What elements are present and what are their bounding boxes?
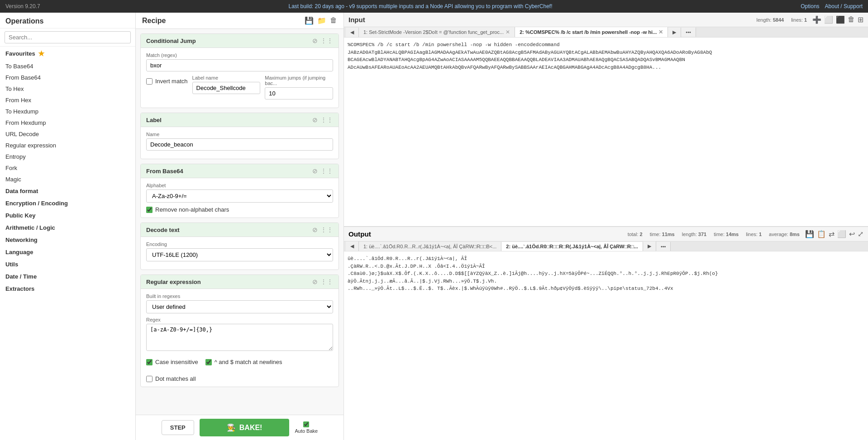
sidebar-item-fork[interactable]: Fork: [0, 162, 135, 174]
auto-bake-checkbox[interactable]: [303, 421, 309, 427]
dot-all-row: Dot matches all: [146, 375, 196, 382]
sidebar-item-to-hex[interactable]: To Hex: [0, 83, 135, 95]
sidebar-item-regex[interactable]: Regular expression: [0, 140, 135, 151]
move-icon[interactable]: ⋮⋮: [320, 37, 333, 44]
split-icon[interactable]: ⬛: [836, 15, 845, 24]
options-link[interactable]: Options: [801, 3, 819, 9]
grid-icon[interactable]: ⊞: [858, 15, 863, 24]
output-section: Output total: 2 time: 11ms length: 371 t…: [344, 227, 868, 440]
input-tab-2-label: 2: %COMSPEC% /b /c start /b /min powersh…: [520, 29, 657, 35]
save-output-icon[interactable]: 💾: [805, 230, 814, 238]
sidebar-category-public-key[interactable]: Public Key: [0, 209, 135, 222]
undo-icon[interactable]: ↩: [849, 230, 855, 238]
disable-icon-5[interactable]: ⊘: [312, 278, 318, 285]
disable-icon-3[interactable]: ⊘: [312, 167, 318, 175]
output-tab-more[interactable]: •••: [656, 242, 671, 251]
max-jumps-group: Maximum jumps (if jumping bac...: [265, 75, 333, 99]
sidebar-category-language[interactable]: Language: [0, 246, 135, 258]
remove-nonalpha-checkbox[interactable]: [146, 207, 153, 213]
disable-icon-2[interactable]: ⊘: [312, 116, 318, 123]
input-tab-1[interactable]: 1: Set-StrictMode -Version 2$DoIt = @'fu…: [359, 27, 515, 37]
dot-all-checkbox[interactable]: [146, 376, 153, 382]
input-tab-1-close[interactable]: ✕: [506, 29, 510, 35]
bake-bar: STEP 👨‍🍳 BAKE! Auto Bake: [136, 415, 343, 440]
sidebar-item-to-base64[interactable]: To Base64: [0, 61, 135, 72]
sidebar-item-from-hexdump[interactable]: From Hexdump: [0, 117, 135, 128]
output-tab-1-label: 1: üè....`.â1Öd.R0.R...R..r(.J&1ý1À~<a|,…: [363, 244, 496, 249]
output-tab-2[interactable]: 2: üè....`.â1Öd.R0□R□□R□R(.J&1ý1À~<a|, Â…: [501, 242, 643, 251]
built-in-select[interactable]: User defined: [146, 300, 333, 313]
save-icon[interactable]: 💾: [305, 16, 314, 25]
move-icon-5[interactable]: ⋮⋮: [320, 278, 333, 285]
sidebar-category-extractors[interactable]: Extractors: [0, 283, 135, 295]
about-link[interactable]: About / Support: [825, 3, 863, 9]
sidebar-item-to-hexdump[interactable]: To Hexdump: [0, 106, 135, 117]
output-tabs: ◀ 1: üè....`.â1Öd.R0.R...R..r(.J&1ý1À~<a…: [344, 241, 868, 251]
label-name-input[interactable]: [192, 82, 261, 94]
sidebar-item-from-base64[interactable]: From Base64: [0, 72, 135, 83]
decode-text-icons: ⊘ ⋮⋮: [312, 226, 333, 233]
alphabet-select[interactable]: A-Za-z0-9+/=: [146, 189, 333, 203]
copy-output-icon[interactable]: 📋: [817, 230, 826, 238]
output-header: Output total: 2 time: 11ms length: 371 t…: [344, 227, 868, 241]
output-content: üè....`.â1Öd.R0.R...R..r(.J&1ý1À~<a|, ÂÎ…: [344, 251, 868, 440]
input-lines-label: lines: 1: [791, 17, 807, 23]
bake-button[interactable]: 👨‍🍳 BAKE!: [200, 419, 290, 436]
decode-text-block: Decode text ⊘ ⋮⋮ Encoding UTF-16LE (1200…: [140, 222, 339, 270]
input-tab-prev[interactable]: ◀: [346, 28, 359, 37]
sidebar-category-datetime[interactable]: Date / Time: [0, 270, 135, 283]
sidebar-category-utils[interactable]: Utils: [0, 258, 135, 270]
input-tabs: ◀ 1: Set-StrictMode -Version 2$DoIt = @'…: [344, 27, 868, 38]
encoding-select[interactable]: UTF-16LE (1200): [146, 248, 333, 261]
regex-textarea[interactable]: [a-zA-Z0-9+/=]{30,}: [146, 324, 333, 351]
output-tab-next[interactable]: ▶: [643, 241, 656, 251]
output-header-icons: 💾 📋 ⇄ ⬜ ↩ ⤢: [805, 230, 863, 238]
disable-icon[interactable]: ⊘: [312, 37, 318, 44]
input-tab-more[interactable]: •••: [681, 28, 696, 37]
output-tab-prev[interactable]: ◀: [346, 241, 359, 251]
case-insensitive-checkbox[interactable]: [146, 359, 153, 365]
case-insensitive-label: Case insensitive: [155, 359, 198, 365]
input-tab-2[interactable]: 2: %COMSPEC% /b /c start /b /min powersh…: [515, 27, 668, 37]
output-total-stat: total: 2: [628, 232, 643, 237]
clear-input-icon[interactable]: 🗑: [848, 15, 855, 24]
restore-icon[interactable]: ⬜: [824, 15, 833, 24]
sidebar-category-networking[interactable]: Networking: [0, 234, 135, 246]
sidebar-item-magic[interactable]: Magic: [0, 174, 135, 185]
encoding-group: Encoding UTF-16LE (1200): [146, 241, 333, 261]
sidebar-category-arithmetic[interactable]: Arithmetic / Logic: [0, 222, 135, 234]
label-name-input2[interactable]: [146, 138, 333, 151]
maximize-output-icon[interactable]: ⬜: [837, 230, 846, 238]
disable-icon-4[interactable]: ⊘: [312, 226, 318, 233]
move-icon-4[interactable]: ⋮⋮: [320, 226, 333, 233]
open-icon[interactable]: 📁: [317, 16, 326, 25]
expand-icon[interactable]: ⤢: [858, 230, 863, 238]
regex-checkboxes: Case insensitive ^ and $ match at newlin…: [146, 356, 333, 382]
input-tab-2-close[interactable]: ✕: [658, 29, 663, 35]
invert-match-checkbox[interactable]: [146, 78, 153, 85]
sidebar-item-from-hex[interactable]: From Hex: [0, 95, 135, 106]
move-icon-2[interactable]: ⋮⋮: [320, 116, 333, 123]
input-content[interactable]: %COMSPEC% /b /c start /b /min powershell…: [344, 38, 868, 226]
sidebar-item-url-decode[interactable]: URL Decode: [0, 128, 135, 140]
output-time-total-stat: time: 11ms: [650, 232, 675, 237]
multiline-checkbox[interactable]: [205, 359, 212, 365]
input-tab-next[interactable]: ▶: [668, 28, 681, 37]
sidebar-category-encryption[interactable]: Encryption / Encoding: [0, 197, 135, 209]
label-name-group: Label name: [192, 75, 261, 99]
step-button[interactable]: STEP: [162, 420, 194, 435]
match-regex-input[interactable]: [146, 59, 333, 71]
sidebar-item-entropy[interactable]: Entropy: [0, 151, 135, 162]
add-input-icon[interactable]: ➕: [812, 15, 821, 24]
from-base64-block: From Base64 ⊘ ⋮⋮ Alphabet A-Za-z0-9+/=: [140, 164, 339, 218]
move-icon-3[interactable]: ⋮⋮: [320, 167, 333, 175]
search-input[interactable]: [5, 31, 131, 43]
sidebar-category-data-format[interactable]: Data format: [0, 185, 135, 197]
alphabet-group: Alphabet A-Za-z0-9+/=: [146, 183, 333, 203]
switch-output-icon[interactable]: ⇄: [829, 230, 835, 238]
max-jumps-input[interactable]: [265, 87, 333, 99]
delete-icon[interactable]: 🗑: [330, 16, 337, 25]
output-tab-1[interactable]: 1: üè....`.â1Öd.R0.R...R..r(.J&1ý1À~<a|,…: [359, 242, 501, 251]
recipe-panel: Recipe 💾 📁 🗑 Conditional Jump ⊘ ⋮⋮: [136, 13, 344, 440]
regex-title: Regular expression: [146, 279, 201, 285]
